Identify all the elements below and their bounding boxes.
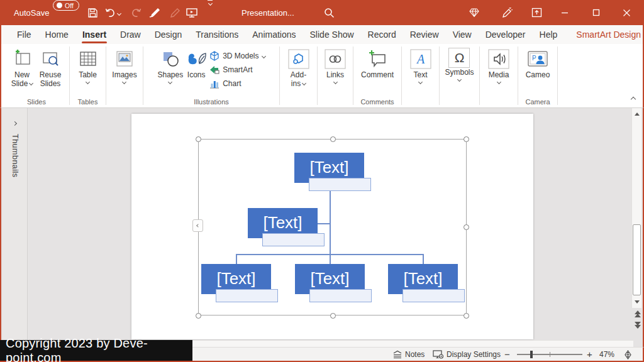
collapse-ribbon-button[interactable] <box>631 92 635 104</box>
chevron-down-icon <box>418 80 423 84</box>
smartart-node-bottom-2-subshape[interactable] <box>309 289 372 302</box>
tab-view[interactable]: View <box>446 25 479 44</box>
slide[interactable]: [Text] [Text] [Text] [Text] [Text] <box>131 114 533 339</box>
symbols-label: Symbols <box>445 68 474 77</box>
designer-button[interactable] <box>468 0 480 25</box>
cameo-button[interactable]: P Cameo <box>526 47 550 79</box>
scrollbar-thumb[interactable] <box>633 224 641 295</box>
zoom-slider-handle[interactable] <box>530 351 533 358</box>
group-illustrations: Shapes Icons 3D Models SmartArt <box>143 44 279 107</box>
vertical-scrollbar[interactable] <box>631 108 641 308</box>
zoom-slider[interactable] <box>517 348 582 361</box>
add-ins-button[interactable]: Add-ins <box>288 47 309 89</box>
autosave-state-label: Off <box>65 2 74 9</box>
zoom-level[interactable]: 47% <box>599 348 614 361</box>
cameo-label: Cameo <box>526 70 550 79</box>
scroll-up-button[interactable] <box>632 109 641 119</box>
ribbon-display-options-button[interactable] <box>530 0 543 25</box>
next-slide-button[interactable] <box>635 322 641 329</box>
smartart-text-pane-toggle[interactable] <box>192 219 203 232</box>
undo-dropdown[interactable] <box>118 0 121 25</box>
links-button[interactable]: Links <box>325 47 346 84</box>
icons-label: Icons <box>187 70 206 79</box>
tab-review[interactable]: Review <box>403 25 446 44</box>
images-label: Images <box>112 70 136 79</box>
new-comment-icon <box>367 48 388 70</box>
selection-handle-top-left[interactable] <box>196 136 201 142</box>
text-box-button[interactable]: A Text <box>410 47 431 84</box>
chevron-down-icon <box>261 53 265 58</box>
links-icon <box>325 48 346 70</box>
previous-slide-button[interactable] <box>635 310 641 317</box>
autosave-toggle[interactable]: Off <box>53 0 79 11</box>
pen-icon <box>169 8 180 18</box>
display-settings-button[interactable]: Display Settings <box>433 348 501 361</box>
tab-record[interactable]: Record <box>361 25 403 44</box>
group-slides: New Slide Reuse Slides Slides <box>4 44 69 107</box>
table-button[interactable]: Table <box>79 47 97 84</box>
tab-home[interactable]: Home <box>38 25 75 44</box>
tab-slide-show[interactable]: Slide Show <box>303 25 361 44</box>
tab-animations[interactable]: Animations <box>245 25 303 44</box>
smartart-node-assistant-subshape[interactable] <box>262 233 325 246</box>
save-button[interactable] <box>86 0 99 25</box>
format-painter-button[interactable] <box>148 0 161 25</box>
autosave-toggle-dot <box>57 3 62 8</box>
svg-text:P: P <box>532 55 536 62</box>
triangle-down-icon <box>635 300 640 304</box>
reuse-slides-button[interactable]: Reuse Slides <box>36 47 64 89</box>
smartart-button[interactable]: SmartArt <box>209 65 265 75</box>
redo-button[interactable] <box>130 0 142 25</box>
start-presentation-icon <box>186 7 198 18</box>
symbols-button[interactable]: Ω Symbols <box>445 47 474 81</box>
comment-button[interactable]: Comment <box>361 47 394 79</box>
search-button[interactable] <box>323 0 335 25</box>
tab-smartart-design[interactable]: SmartArt Design <box>569 25 644 44</box>
zoom-out-button[interactable]: − <box>504 347 510 361</box>
3d-models-icon <box>209 51 219 61</box>
editing-mode-button[interactable] <box>501 0 513 25</box>
tab-file[interactable]: File <box>10 25 38 44</box>
connector-stub-2 <box>330 254 331 264</box>
media-button[interactable]: Media <box>488 47 509 84</box>
chart-button[interactable]: Chart <box>209 79 265 89</box>
slide-canvas-area: Thumbnails [Text] [Text] [Text] [Text] [… <box>0 108 644 347</box>
shapes-button[interactable]: Shapes <box>157 47 183 84</box>
draw-pen-button[interactable] <box>169 0 181 25</box>
tab-developer[interactable]: Developer <box>479 25 533 44</box>
scroll-down-button[interactable] <box>632 297 641 307</box>
media-label: Media <box>489 70 509 79</box>
undo-button[interactable] <box>104 0 116 25</box>
tab-design[interactable]: Design <box>148 25 189 44</box>
tab-transitions[interactable]: Transitions <box>189 25 245 44</box>
selection-handle-bottom-center[interactable] <box>330 313 336 319</box>
icons-button[interactable]: Icons <box>186 47 207 79</box>
minimize-button[interactable] <box>560 0 569 25</box>
customize-qat-button[interactable] <box>208 0 213 25</box>
fit-slide-to-window-button[interactable] <box>623 348 633 361</box>
smartart-node-bottom-1-subshape[interactable] <box>216 289 278 302</box>
notes-button[interactable]: Notes <box>392 348 425 361</box>
smartart-node-bottom-3-subshape[interactable] <box>402 289 465 302</box>
selection-handle-middle-right[interactable] <box>464 224 469 230</box>
maximize-button[interactable] <box>592 0 601 25</box>
thumbnails-pane-collapsed[interactable]: Thumbnails <box>3 108 28 347</box>
tab-draw[interactable]: Draw <box>113 25 148 44</box>
selection-handle-bottom-left[interactable] <box>196 313 201 319</box>
selection-handle-bottom-right[interactable] <box>464 313 469 319</box>
reuse-slides-icon <box>40 48 60 70</box>
start-presentation-button[interactable] <box>186 0 198 25</box>
selection-handle-top-center[interactable] <box>330 136 336 142</box>
notes-icon <box>392 350 402 359</box>
tab-insert[interactable]: Insert <box>75 25 113 44</box>
selection-handle-top-right[interactable] <box>464 136 469 142</box>
new-slide-button[interactable]: New Slide <box>9 47 35 89</box>
images-button[interactable]: Images <box>112 47 136 84</box>
group-add-ins: Add-ins <box>280 44 317 107</box>
3d-models-button[interactable]: 3D Models <box>209 51 265 61</box>
tab-help[interactable]: Help <box>533 25 565 44</box>
smartart-node-top-subshape[interactable] <box>309 178 371 191</box>
close-button[interactable] <box>622 0 631 25</box>
zoom-in-button[interactable]: + <box>587 347 592 361</box>
illustrations-small-buttons: 3D Models SmartArt Chart <box>209 47 265 89</box>
